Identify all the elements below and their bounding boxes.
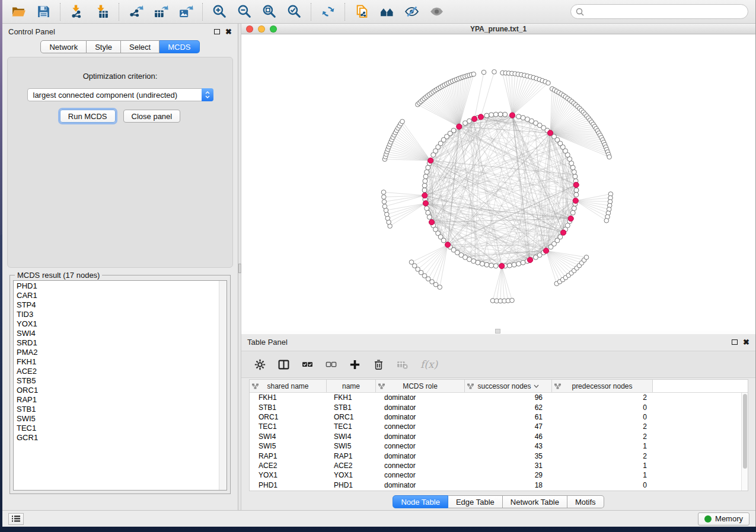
tab-edge-table[interactable]: Edge Table bbox=[448, 495, 503, 508]
cell[interactable]: 96 bbox=[465, 393, 552, 402]
tab-select[interactable]: Select bbox=[121, 40, 160, 53]
close-panel-icon[interactable]: ✖ bbox=[225, 28, 232, 36]
column-header-MCDS-role[interactable]: MCDS role bbox=[376, 380, 465, 392]
add-column-button[interactable] bbox=[349, 359, 361, 370]
export-table-button[interactable] bbox=[148, 2, 173, 22]
import-table-button[interactable] bbox=[90, 2, 114, 22]
mcds-result-item[interactable]: PMA2 bbox=[14, 348, 227, 357]
cell[interactable]: 1 bbox=[552, 462, 653, 470]
mcds-result-item[interactable]: STP4 bbox=[14, 300, 227, 310]
mcds-result-item[interactable]: GCR1 bbox=[14, 433, 227, 443]
mcds-result-item[interactable]: STB1 bbox=[14, 405, 227, 414]
cell[interactable]: SWI5 bbox=[250, 442, 327, 450]
optimization-criterion-select[interactable]: largest connected component (undirected) bbox=[27, 88, 213, 101]
tab-style[interactable]: Style bbox=[87, 40, 121, 53]
table-settings-button[interactable] bbox=[254, 359, 266, 370]
cell[interactable]: 0 bbox=[552, 403, 653, 412]
table-row[interactable]: YOX1YOX1connector291 bbox=[250, 470, 748, 480]
tab-motifs[interactable]: Motifs bbox=[567, 495, 604, 508]
cell[interactable]: dominator bbox=[376, 432, 465, 441]
tab-network[interactable]: Network bbox=[40, 40, 87, 53]
cell[interactable]: 31 bbox=[465, 462, 552, 470]
cell[interactable]: 61 bbox=[465, 413, 552, 421]
cell[interactable]: ORC1 bbox=[250, 413, 327, 421]
table-row[interactable]: ACE2ACE2connector311 bbox=[250, 461, 748, 470]
save-session-button[interactable] bbox=[31, 2, 56, 22]
cell[interactable]: 18 bbox=[465, 481, 552, 489]
mcds-result-item[interactable]: ACE2 bbox=[14, 367, 227, 376]
cell[interactable]: ORC1 bbox=[327, 413, 376, 421]
open-session-button[interactable] bbox=[6, 2, 31, 22]
table-row[interactable]: STB1STB1dominator620 bbox=[250, 402, 748, 412]
zoom-out-button[interactable] bbox=[232, 2, 257, 22]
cell[interactable]: dominator bbox=[376, 393, 465, 402]
import-network-button[interactable] bbox=[65, 2, 90, 22]
cell[interactable]: dominator bbox=[376, 403, 465, 412]
mcds-result-item[interactable]: PHD1 bbox=[14, 281, 227, 291]
table-row[interactable]: ORC1ORC1dominator610 bbox=[250, 412, 748, 422]
first-neighbors-button[interactable] bbox=[374, 2, 399, 22]
cell[interactable]: PHD1 bbox=[250, 481, 327, 489]
cell[interactable]: dominator bbox=[376, 452, 465, 460]
float-panel-icon[interactable] bbox=[732, 339, 738, 345]
table-row[interactable]: TEC1TEC1connector472 bbox=[250, 422, 748, 431]
memory-button[interactable]: Memory bbox=[698, 512, 749, 525]
select-all-rows-button[interactable] bbox=[302, 359, 313, 370]
cell[interactable]: 46 bbox=[465, 432, 552, 441]
deselect-all-rows-button[interactable] bbox=[326, 359, 337, 370]
mcds-list-scrollbar[interactable] bbox=[219, 281, 227, 490]
cell[interactable]: TEC1 bbox=[250, 422, 327, 431]
cell[interactable]: 47 bbox=[465, 422, 552, 431]
zoom-fit-content-button[interactable] bbox=[257, 2, 282, 22]
scrollbar-thumb[interactable] bbox=[743, 394, 747, 469]
cell[interactable]: 29 bbox=[465, 471, 552, 479]
zoom-selected-button[interactable] bbox=[282, 2, 307, 22]
mcds-result-item[interactable]: CAR1 bbox=[14, 291, 227, 300]
cell[interactable]: 62 bbox=[465, 403, 552, 412]
cell[interactable]: SWI4 bbox=[327, 432, 376, 441]
cell[interactable]: RAP1 bbox=[327, 452, 376, 460]
mcds-result-item[interactable]: RAP1 bbox=[14, 395, 227, 405]
cell[interactable]: 2 bbox=[552, 452, 653, 460]
cell[interactable]: PHD1 bbox=[327, 481, 376, 489]
cell[interactable]: YOX1 bbox=[327, 471, 376, 479]
clear-table-button[interactable] bbox=[397, 359, 408, 370]
cell[interactable]: RAP1 bbox=[250, 452, 327, 460]
cell[interactable]: dominator bbox=[376, 481, 465, 489]
mcds-result-item[interactable]: FKH1 bbox=[14, 357, 227, 367]
toggle-panel-layout-button[interactable] bbox=[278, 359, 289, 370]
show-all-button[interactable] bbox=[424, 2, 449, 22]
tab-node-table[interactable]: Node Table bbox=[393, 495, 448, 508]
cell[interactable]: dominator bbox=[376, 413, 465, 421]
column-header-name[interactable]: name bbox=[327, 380, 376, 392]
cell[interactable]: 2 bbox=[552, 393, 653, 402]
column-header-shared-name[interactable]: shared name bbox=[250, 380, 327, 392]
mcds-result-item[interactable]: SWI5 bbox=[14, 414, 227, 424]
close-panel-button[interactable]: Close panel bbox=[123, 110, 181, 123]
export-network-button[interactable] bbox=[123, 2, 148, 22]
hide-selected-button[interactable] bbox=[399, 2, 424, 22]
tab-network-table[interactable]: Network Table bbox=[503, 495, 567, 508]
mcds-result-item[interactable]: TEC1 bbox=[14, 424, 227, 433]
cell[interactable]: 35 bbox=[465, 452, 552, 460]
table-row[interactable]: PHD1PHD1dominator180 bbox=[250, 480, 748, 490]
run-mcds-button[interactable]: Run MCDS bbox=[60, 110, 116, 123]
cell[interactable]: 2 bbox=[552, 422, 653, 431]
network-canvas[interactable] bbox=[241, 34, 755, 331]
cell[interactable]: TEC1 bbox=[327, 422, 376, 431]
mcds-result-item[interactable]: SWI4 bbox=[14, 329, 227, 338]
cell[interactable]: SWI5 bbox=[327, 442, 376, 450]
close-panel-icon[interactable]: ✖ bbox=[743, 338, 749, 346]
mcds-result-list[interactable]: PHD1CAR1STP4TID3YOX1SWI4SRD1PMA2FKH1ACE2… bbox=[13, 280, 227, 491]
cell[interactable]: 1 bbox=[552, 471, 653, 479]
cell[interactable]: connector bbox=[376, 462, 465, 470]
mcds-result-item[interactable]: TID3 bbox=[14, 310, 227, 319]
table-row[interactable]: RAP1RAP1dominator352 bbox=[250, 451, 748, 460]
new-network-from-selection-button[interactable] bbox=[349, 2, 374, 22]
cell[interactable]: connector bbox=[376, 422, 465, 431]
export-image-button[interactable] bbox=[173, 2, 198, 22]
table-row[interactable]: FKH1FKH1dominator962 bbox=[250, 393, 748, 402]
column-header-predecessor-nodes[interactable]: predecessor nodes bbox=[552, 380, 653, 392]
cell[interactable]: STB1 bbox=[327, 403, 376, 412]
cell[interactable]: 0 bbox=[552, 413, 653, 421]
